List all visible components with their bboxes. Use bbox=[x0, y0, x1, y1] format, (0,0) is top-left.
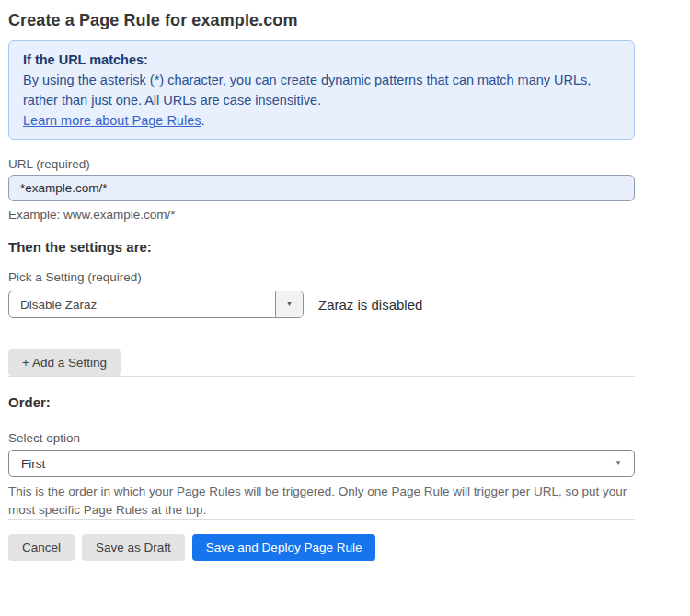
setting-row: Disable Zaraz ▼ Zaraz is disabled bbox=[8, 291, 635, 318]
setting-select-arrow-button[interactable]: ▼ bbox=[275, 291, 303, 317]
learn-more-link[interactable]: Learn more about Page Rules bbox=[23, 113, 201, 128]
link-suffix: . bbox=[201, 113, 204, 128]
divider bbox=[8, 222, 635, 222]
form-actions: Cancel Save as Draft Save and Deploy Pag… bbox=[8, 534, 635, 561]
info-box-link-line: Learn more about Page Rules. bbox=[23, 110, 620, 131]
page-title: Create a Page Rule for example.com bbox=[8, 12, 635, 29]
settings-section-heading: Then the settings are: bbox=[8, 240, 635, 255]
setting-status-text: Zaraz is disabled bbox=[318, 297, 422, 313]
url-match-info-box: If the URL matches: By using the asteris… bbox=[8, 40, 635, 140]
setting-picker-label: Pick a Setting (required) bbox=[8, 270, 635, 285]
divider bbox=[8, 376, 635, 377]
save-as-draft-button[interactable]: Save as Draft bbox=[82, 534, 185, 561]
info-box-heading: If the URL matches: bbox=[23, 50, 620, 70]
order-select[interactable]: First ▼ bbox=[8, 450, 635, 477]
url-input[interactable] bbox=[8, 175, 635, 201]
page-rule-form: Create a Page Rule for example.com If th… bbox=[0, 0, 690, 561]
add-setting-button[interactable]: + Add a Setting bbox=[8, 349, 121, 376]
save-and-deploy-button[interactable]: Save and Deploy Page Rule bbox=[192, 534, 376, 561]
order-help-text: This is the order in which your Page Rul… bbox=[8, 483, 635, 519]
url-field-label: URL (required) bbox=[8, 157, 635, 172]
url-example-text: Example: www.example.com/* bbox=[8, 208, 635, 222]
setting-select[interactable]: Disable Zaraz ▼ bbox=[8, 291, 304, 318]
chevron-down-icon: ▼ bbox=[615, 460, 622, 467]
order-section-heading: Order: bbox=[8, 395, 635, 410]
order-select-label: Select option bbox=[8, 431, 635, 446]
chevron-down-icon: ▼ bbox=[286, 301, 293, 308]
order-select-value: First bbox=[21, 457, 45, 471]
divider bbox=[8, 519, 635, 520]
cancel-button[interactable]: Cancel bbox=[8, 534, 75, 561]
info-box-body: By using the asterisk (*) character, you… bbox=[23, 70, 620, 110]
setting-select-value: Disable Zaraz bbox=[9, 291, 275, 317]
